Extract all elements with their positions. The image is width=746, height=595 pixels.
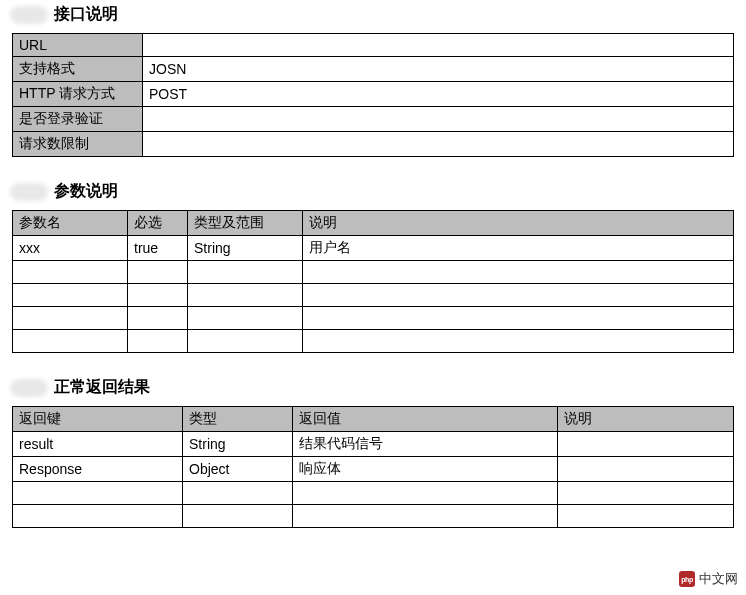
cell-desc (303, 261, 734, 284)
cell-type: String (183, 432, 293, 457)
row-key: 请求数限制 (13, 132, 143, 157)
cell-required (128, 330, 188, 353)
col-description: 说明 (558, 407, 734, 432)
cell-desc (303, 284, 734, 307)
table-row: result String 结果代码信号 (13, 432, 734, 457)
cell-desc (558, 482, 734, 505)
cell-type (188, 330, 303, 353)
row-value (143, 132, 734, 157)
section-parameters: 参数说明 参数名 必选 类型及范围 说明 xxx true String 用户名 (0, 177, 746, 353)
returns-table: 返回键 类型 返回值 说明 result String 结果代码信号 Respo… (12, 406, 734, 528)
table-row (13, 330, 734, 353)
cell-type (183, 505, 293, 528)
cell-name (13, 330, 128, 353)
section-number-icon (10, 183, 48, 201)
table-row: 请求数限制 (13, 132, 734, 157)
cell-desc: 用户名 (303, 236, 734, 261)
section-header: 参数说明 (0, 177, 746, 210)
col-param-name: 参数名 (13, 211, 128, 236)
api-table: URL 支持格式 JOSN HTTP 请求方式 POST 是否登录验证 请求数限… (12, 33, 734, 157)
section-title: 接口说明 (54, 4, 118, 25)
col-type-range: 类型及范围 (188, 211, 303, 236)
row-value: JOSN (143, 57, 734, 82)
table-row (13, 284, 734, 307)
col-return-value: 返回值 (293, 407, 558, 432)
table-row (13, 482, 734, 505)
row-key: 是否登录验证 (13, 107, 143, 132)
section-title: 正常返回结果 (54, 377, 150, 398)
row-value (143, 107, 734, 132)
cell-name (13, 307, 128, 330)
cell-value (293, 505, 558, 528)
table-row: 支持格式 JOSN (13, 57, 734, 82)
col-description: 说明 (303, 211, 734, 236)
col-return-key: 返回键 (13, 407, 183, 432)
section-title: 参数说明 (54, 181, 118, 202)
table-row (13, 307, 734, 330)
cell-desc (558, 432, 734, 457)
cell-type (183, 482, 293, 505)
cell-desc (558, 505, 734, 528)
cell-value: 响应体 (293, 457, 558, 482)
table-header-row: 返回键 类型 返回值 说明 (13, 407, 734, 432)
cell-key (13, 482, 183, 505)
table-row: HTTP 请求方式 POST (13, 82, 734, 107)
table-header-row: 参数名 必选 类型及范围 说明 (13, 211, 734, 236)
row-key: HTTP 请求方式 (13, 82, 143, 107)
row-key: 支持格式 (13, 57, 143, 82)
cell-name (13, 261, 128, 284)
cell-value: 结果代码信号 (293, 432, 558, 457)
cell-name (13, 284, 128, 307)
cell-type: String (188, 236, 303, 261)
col-type: 类型 (183, 407, 293, 432)
cell-type (188, 284, 303, 307)
section-header: 接口说明 (0, 0, 746, 33)
cell-type (188, 261, 303, 284)
section-number-icon (10, 379, 48, 397)
cell-required (128, 307, 188, 330)
cell-value (293, 482, 558, 505)
table-row: 是否登录验证 (13, 107, 734, 132)
cell-desc (303, 330, 734, 353)
cell-required (128, 261, 188, 284)
row-value: POST (143, 82, 734, 107)
cell-name: xxx (13, 236, 128, 261)
params-table: 参数名 必选 类型及范围 说明 xxx true String 用户名 (12, 210, 734, 353)
cell-desc (303, 307, 734, 330)
cell-type (188, 307, 303, 330)
cell-type: Object (183, 457, 293, 482)
table-row: xxx true String 用户名 (13, 236, 734, 261)
section-api-description: 接口说明 URL 支持格式 JOSN HTTP 请求方式 POST 是否登录验证… (0, 0, 746, 157)
section-number-icon (10, 6, 48, 24)
cell-key (13, 505, 183, 528)
cell-required: true (128, 236, 188, 261)
table-row: URL (13, 34, 734, 57)
cell-required (128, 284, 188, 307)
table-row (13, 261, 734, 284)
cell-key: result (13, 432, 183, 457)
section-header: 正常返回结果 (0, 373, 746, 406)
table-row (13, 505, 734, 528)
table-row: Response Object 响应体 (13, 457, 734, 482)
row-key: URL (13, 34, 143, 57)
section-return-result: 正常返回结果 返回键 类型 返回值 说明 result String 结果代码信… (0, 373, 746, 528)
cell-desc (558, 457, 734, 482)
col-required: 必选 (128, 211, 188, 236)
cell-key: Response (13, 457, 183, 482)
row-value (143, 34, 734, 57)
